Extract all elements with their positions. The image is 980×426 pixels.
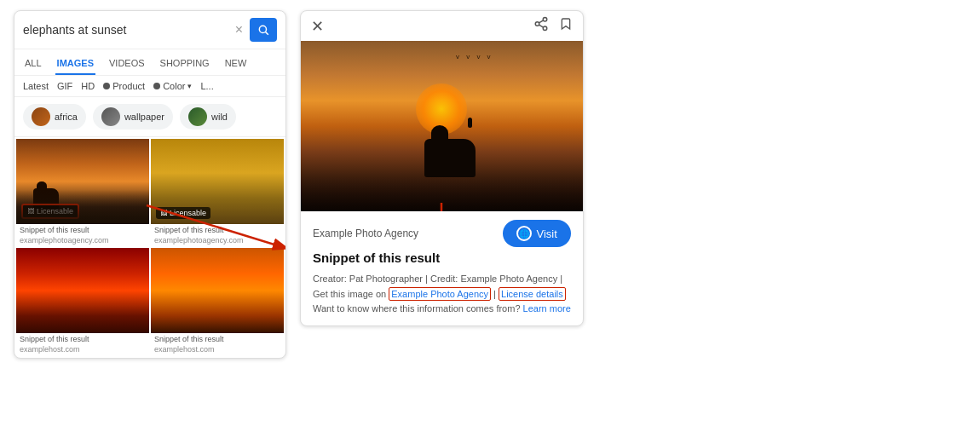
chip-wallpaper-avatar — [101, 107, 120, 126]
image-cell-3[interactable]: Snippet of this result examplehost.com — [151, 248, 284, 355]
birds-silhouette: v v v v — [456, 53, 493, 60]
visit-button[interactable]: 🌐 Visit — [503, 220, 571, 247]
nav-tabs: ALL IMAGES VIDEOS SHOPPING NEW — [14, 49, 285, 76]
licensable-badge-1: 🖼 Licensable — [156, 207, 210, 219]
image-caption-3: Snippet of this result examplehost.com — [151, 333, 284, 355]
chip-africa-avatar — [32, 107, 50, 126]
image-cell-2[interactable]: Snippet of this result examplehost.com — [16, 248, 149, 355]
image-thumbnail-0: 🖼 Licensable — [16, 139, 149, 224]
licensable-icon-1: 🖼 — [160, 210, 167, 217]
chevron-down-icon: ▾ — [187, 82, 192, 90]
reflection-overlay — [301, 177, 583, 211]
chip-wild[interactable]: wild — [180, 104, 236, 130]
close-icon[interactable]: ✕ — [311, 17, 324, 36]
rp-agency-row: Example Photo Agency 🌐 Visit — [313, 220, 571, 247]
meta-text-line1: Creator: Pat Photographer | Credit: Exam… — [313, 272, 571, 287]
image-thumbnail-2 — [16, 248, 149, 333]
licensable-badge-0: 🖼 Licensable — [21, 204, 79, 219]
learn-more-link[interactable]: Learn more — [523, 303, 571, 314]
agency-name: Example Photo Agency — [313, 227, 418, 239]
search-bar: × — [14, 11, 285, 49]
elephant-silhouette-0 — [33, 188, 59, 209]
filter-latest[interactable]: Latest — [23, 81, 49, 91]
svg-point-0 — [259, 26, 266, 32]
filter-color[interactable]: Color ▾ — [153, 81, 192, 91]
meta-text-line2: Get this image on Example Photo Agency |… — [313, 287, 571, 302]
color-dot-icon — [153, 83, 160, 89]
image-caption-0: Snippet of this result examplephotoagenc… — [16, 224, 149, 246]
filter-row: Latest GIF HD Product Color ▾ L... — [14, 76, 285, 97]
main-elephant-silhouette — [424, 139, 476, 177]
image-cell-0[interactable]: 🖼 Licensable Snippet of this result exam… — [16, 139, 149, 246]
snippet-title: Snippet of this result — [313, 250, 571, 265]
product-dot-icon — [103, 83, 110, 89]
filter-more[interactable]: L... — [200, 81, 213, 91]
main-container: × ALL IMAGES VIDEOS SHOPPING NEW Latest … — [0, 0, 980, 426]
tab-news[interactable]: NEW — [223, 53, 249, 75]
image-grid: 🖼 Licensable Snippet of this result exam… — [14, 137, 285, 358]
svg-point-4 — [543, 18, 547, 22]
clear-icon[interactable]: × — [235, 22, 243, 37]
license-details-link[interactable]: License details — [499, 287, 566, 301]
svg-line-8 — [539, 20, 543, 23]
svg-point-6 — [543, 26, 547, 31]
filter-hd[interactable]: HD — [81, 81, 95, 91]
bookmark-icon[interactable] — [559, 16, 573, 36]
globe-icon: 🌐 — [516, 226, 532, 241]
meta-text-line3: Want to know where this information come… — [313, 302, 571, 317]
tab-shopping[interactable]: SHOPPING — [159, 53, 211, 75]
tab-all[interactable]: ALL — [23, 53, 43, 75]
right-panel: ✕ v v v v — [300, 10, 584, 326]
image-caption-2: Snippet of this result examplehost.com — [16, 333, 149, 355]
tab-videos[interactable]: VIDEOS — [107, 53, 147, 75]
svg-line-1 — [266, 32, 268, 35]
rp-top-bar: ✕ — [301, 11, 583, 41]
share-icon[interactable] — [533, 16, 549, 36]
filter-product[interactable]: Product — [103, 81, 145, 91]
svg-line-7 — [539, 25, 543, 27]
licensable-icon: 🖼 — [27, 208, 34, 216]
chip-wild-avatar — [188, 107, 207, 126]
example-photo-agency-link[interactable]: Example Photo Agency — [389, 287, 491, 301]
left-panel-content: 🖼 Licensable Snippet of this result exam… — [14, 137, 285, 358]
svg-point-5 — [535, 22, 539, 26]
rp-main-image: v v v v — [301, 41, 583, 211]
chip-africa[interactable]: africa — [23, 104, 86, 130]
rp-info: Example Photo Agency 🌐 Visit Snippet of … — [301, 211, 583, 325]
search-input[interactable] — [23, 23, 228, 37]
left-panel: × ALL IMAGES VIDEOS SHOPPING NEW Latest … — [14, 10, 286, 359]
chip-wallpaper[interactable]: wallpaper — [93, 104, 173, 130]
tab-images[interactable]: IMAGES — [55, 53, 95, 75]
filter-gif[interactable]: GIF — [57, 81, 72, 91]
image-thumbnail-3 — [151, 248, 284, 333]
search-button[interactable] — [250, 18, 277, 42]
topic-chips: africa wallpaper wild — [14, 97, 285, 137]
panels-wrapper: × ALL IMAGES VIDEOS SHOPPING NEW Latest … — [14, 10, 584, 359]
image-thumbnail-1: 🖼 Licensable — [151, 139, 284, 224]
image-cell-1[interactable]: 🖼 Licensable Snippet of this result exam… — [151, 139, 284, 246]
image-caption-1: Snippet of this result examplephotoagenc… — [151, 224, 284, 246]
